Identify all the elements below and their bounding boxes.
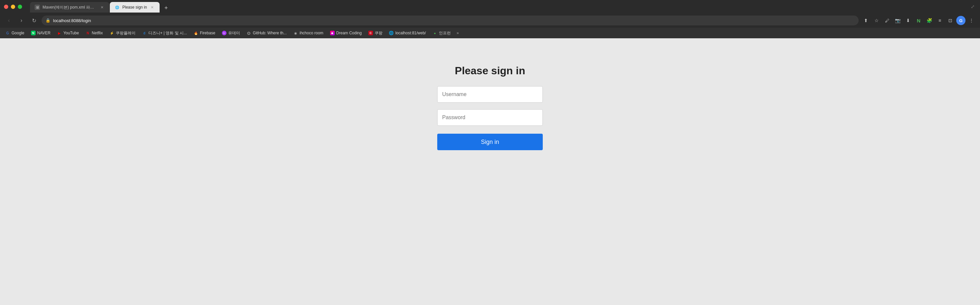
- bookmark-label-google: Google: [11, 31, 24, 35]
- bookmark-favicon-firebase: 🔥: [194, 31, 198, 35]
- bookmark-label-netflix: Netflix: [92, 31, 103, 35]
- camera-button[interactable]: 📷: [893, 16, 902, 25]
- tab-maven[interactable]: 샘 Maven(메이븐) pom.xml 파일의 s ✕: [30, 2, 109, 13]
- sign-in-button[interactable]: Sign in: [437, 134, 543, 150]
- bookmark-label-github: GitHub: Where th...: [253, 31, 287, 35]
- bookmark-favicon-google: G: [5, 31, 10, 35]
- bookmark-label-udemy: 유데미: [228, 30, 240, 36]
- menu-icon: ⋮: [969, 18, 974, 23]
- bookmark-favicon-netflix: N: [85, 31, 90, 35]
- share-icon: ⬆: [864, 18, 868, 23]
- bookmark-udemy[interactable]: U 유데미: [219, 29, 243, 37]
- minimize-button[interactable]: [11, 5, 15, 9]
- password-input[interactable]: [437, 109, 543, 126]
- address-bar[interactable]: 🔒 localhost:8088/login: [41, 16, 859, 26]
- tab-close-login[interactable]: ✕: [150, 5, 155, 10]
- tab-close-maven[interactable]: ✕: [99, 5, 105, 10]
- tabs-bar: 샘 Maven(메이븐) pom.xml 파일의 s ✕ 🌐 Please si…: [27, 1, 173, 13]
- bookmark-coupang2[interactable]: C 쿠팡: [366, 29, 385, 37]
- bookmark-disney[interactable]: d 디즈니+ | 영화 및 시...: [140, 29, 189, 37]
- bookmark-label-naver: NAVER: [37, 31, 51, 35]
- bookmark-favicon-inpren: ●: [433, 31, 437, 35]
- bookmark-label-firebase: Firebase: [200, 31, 215, 35]
- back-icon: ‹: [8, 18, 10, 24]
- bookmark-favicon-coupangplay: ⚡: [110, 31, 114, 35]
- tab-login[interactable]: 🌐 Please sign in ✕: [110, 2, 160, 13]
- bookmark-naver[interactable]: N NAVER: [29, 30, 53, 36]
- bookmark-localhost[interactable]: 🌐 localhost:81/web/: [387, 30, 429, 36]
- puzzle-icon: 🧩: [927, 18, 932, 23]
- page-content: Please sign in Sign in: [0, 38, 980, 293]
- title-bar: 샘 Maven(메이븐) pom.xml 파일의 s ✕ 🌐 Please si…: [0, 0, 980, 13]
- bookmarks-bar: G Google N NAVER ▶ YouTube N Netflix ⚡ 쿠…: [0, 28, 980, 38]
- browser-chrome: 샘 Maven(메이븐) pom.xml 파일의 s ✕ 🌐 Please si…: [0, 0, 980, 38]
- nav-bar: ‹ › ↻ 🔒 localhost:8088/login ⬆ ☆ 🖊 📷: [0, 13, 980, 28]
- bookmark-label-coupangplay: 쿠팡플레이: [116, 30, 135, 36]
- bookmark-favicon-dreamcoding: ◆: [330, 31, 335, 35]
- split-button[interactable]: ⊡: [946, 16, 955, 25]
- paint-icon: 🖊: [885, 18, 889, 23]
- naver-icon: N: [917, 18, 921, 24]
- forward-button[interactable]: ›: [16, 16, 26, 26]
- tab-favicon-maven: 샘: [35, 5, 40, 10]
- login-title: Please sign in: [455, 65, 525, 77]
- login-form: Please sign in Sign in: [437, 65, 543, 150]
- tab-title-maven: Maven(메이븐) pom.xml 파일의 s: [43, 5, 97, 10]
- tab-favicon-login: 🌐: [115, 5, 120, 10]
- bookmark-firebase[interactable]: 🔥 Firebase: [191, 30, 218, 36]
- bookmark-github[interactable]: ⊙ GitHub: Where th...: [244, 30, 290, 36]
- menu-button[interactable]: ⋮: [967, 16, 976, 25]
- bookmark-button[interactable]: ☆: [872, 16, 881, 25]
- address-text: localhost:8088/login: [53, 18, 91, 23]
- bookmark-icon: ☆: [875, 18, 879, 23]
- username-input[interactable]: [437, 86, 543, 103]
- bookmark-dreamcoding[interactable]: ◆ Dream Coding: [328, 30, 364, 36]
- bookmark-favicon-youtube: ▶: [57, 31, 62, 35]
- bookmark-inpren[interactable]: ● 인프런: [430, 29, 453, 37]
- bookmark-favicon-udemy: U: [222, 31, 226, 35]
- profile-button[interactable]: G: [956, 16, 966, 25]
- bookmark-favicon-ihchoco: ◉: [293, 31, 298, 35]
- split-icon: ⊡: [948, 18, 952, 23]
- bookmark-favicon-naver: N: [31, 31, 36, 35]
- bookmark-label-localhost: localhost:81/web/: [395, 31, 426, 35]
- bookmark-ihchoco[interactable]: ◉ ihchoco room: [291, 30, 326, 36]
- nav-actions: ⬆ ☆ 🖊 📷 ⬇ N 🧩 ≡ ⊡: [861, 16, 976, 25]
- list-button[interactable]: ≡: [935, 16, 944, 25]
- bookmark-label-youtube: YouTube: [63, 31, 79, 35]
- more-bookmarks-button[interactable]: »: [455, 30, 461, 36]
- refresh-icon: ↻: [32, 18, 36, 24]
- window-controls: [4, 5, 22, 9]
- bookmark-youtube[interactable]: ▶ YouTube: [54, 30, 81, 36]
- bookmark-label-dreamcoding: Dream Coding: [336, 31, 362, 35]
- camera-icon: 📷: [895, 18, 900, 23]
- bookmark-label-inpren: 인프런: [439, 30, 451, 36]
- bookmark-label-disney: 디즈니+ | 영화 및 시...: [148, 30, 187, 36]
- puzzle-button[interactable]: 🧩: [924, 16, 934, 25]
- naver-ext-button[interactable]: N: [914, 16, 923, 25]
- maximize-button[interactable]: [18, 5, 22, 9]
- bookmark-favicon-coupang2: C: [368, 31, 373, 35]
- refresh-button[interactable]: ↻: [29, 16, 39, 26]
- bookmark-label-ihchoco: ihchoco room: [300, 31, 323, 35]
- bookmark-netflix[interactable]: N Netflix: [83, 30, 105, 36]
- window-expand-button[interactable]: ⤢: [971, 4, 976, 9]
- tab-title-login: Please sign in: [123, 5, 147, 10]
- extension-paint-button[interactable]: 🖊: [882, 16, 892, 25]
- bookmark-coupangplay[interactable]: ⚡ 쿠팡플레이: [107, 29, 138, 37]
- bookmark-google[interactable]: G Google: [3, 30, 27, 36]
- bookmark-favicon-disney: d: [142, 31, 147, 35]
- back-button[interactable]: ‹: [4, 16, 14, 26]
- list-icon: ≡: [939, 18, 941, 23]
- download-icon: ⬇: [906, 18, 910, 23]
- lock-icon: 🔒: [46, 18, 51, 23]
- profile-label: G: [959, 18, 963, 23]
- bookmark-label-coupang2: 쿠팡: [375, 30, 382, 36]
- new-tab-button[interactable]: +: [162, 3, 171, 13]
- bookmark-favicon-github: ⊙: [247, 31, 251, 35]
- close-button[interactable]: [4, 5, 8, 9]
- bookmark-favicon-localhost: 🌐: [389, 31, 394, 35]
- download-button[interactable]: ⬇: [904, 16, 913, 25]
- forward-icon: ›: [21, 18, 22, 24]
- share-button[interactable]: ⬆: [861, 16, 870, 25]
